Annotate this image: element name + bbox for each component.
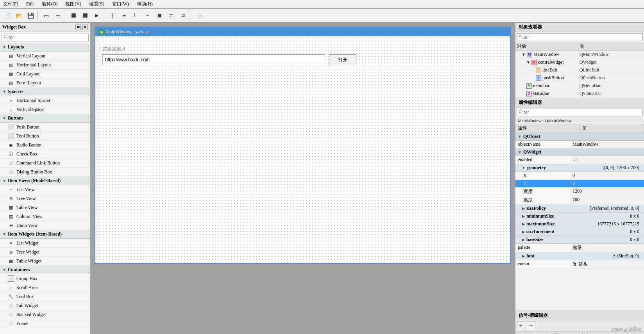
item-tree-widget[interactable]: ⊞ Tree Widget — [0, 248, 90, 257]
toolbar-layout-f[interactable]: ⧠ — [166, 10, 177, 21]
prop-row-palette[interactable]: palette 继承 — [515, 244, 644, 252]
widget-box-close[interactable]: ✕ — [82, 25, 88, 30]
item-frame[interactable]: ⬜ Frame — [0, 319, 90, 328]
prop-filter-input[interactable] — [517, 109, 643, 116]
toolbar-new[interactable]: 📄 — [2, 10, 13, 21]
obj-row-menubar[interactable]: M menubar QMenuBar — [515, 82, 644, 90]
pushbutton-icon: P — [536, 75, 541, 81]
prop-subsection-geometry[interactable]: ▼ geometry [(0, 0), 1200 x 700] — [515, 164, 644, 172]
toolbar-layout-h[interactable]: ═ — [119, 10, 130, 21]
obj-row-centralwidget[interactable]: ▼ C centralwidget QWidget — [515, 59, 644, 66]
prop-row-width[interactable]: 宽度 1200 — [515, 188, 644, 196]
menu-form[interactable]: 窗体(O) — [40, 0, 59, 8]
category-containers[interactable]: ▼ Containers — [0, 266, 90, 274]
signal-remove-button[interactable]: − — [527, 321, 535, 330]
toolbar-btn7[interactable]: ⬛ — [80, 10, 91, 21]
item-radio-button[interactable]: ◉ Radio Button — [0, 141, 90, 150]
toolbar-save[interactable]: 💾 — [25, 10, 36, 21]
obj-row-lineedit[interactable]: L lineEdit QLineEdit — [515, 66, 644, 74]
design-canvas[interactable]: 在这里输入 打开 — [95, 36, 510, 263]
prop-subsection-sizepolicy[interactable]: ▶ sizePolicy [Preferred, Preferred, 0, 0… — [515, 205, 644, 213]
menu-settings[interactable]: 设置(S) — [88, 0, 106, 8]
item-horizontal-layout[interactable]: ▥ Horizontal Layout — [0, 61, 90, 70]
prop-y-val[interactable]: 0 — [570, 180, 644, 187]
item-table-view[interactable]: ▦ Table View — [0, 203, 90, 212]
item-stacked-widget[interactable]: ⬜ Stacked Widget — [0, 310, 90, 319]
prop-objectname-val[interactable]: MainWindow — [570, 141, 644, 148]
prop-width-val[interactable]: 1200 — [570, 188, 644, 196]
prop-row-cursor[interactable]: cursor 🖱 箭头 — [515, 260, 644, 269]
prop-row-enabled[interactable]: enabled ☑ — [515, 156, 644, 164]
prop-x-val[interactable]: 0 — [570, 172, 644, 179]
category-spacers[interactable]: ▼ Spacers — [0, 88, 90, 96]
open-button[interactable]: 打开 — [329, 54, 356, 65]
item-table-widget[interactable]: ▦ Table Widget — [0, 257, 90, 266]
obj-filter-input[interactable] — [517, 33, 643, 41]
url-input[interactable] — [102, 54, 325, 65]
menu-edit[interactable]: Edit — [25, 1, 36, 7]
prop-enabled-val[interactable]: ☑ — [570, 156, 644, 164]
toolbar-btn4[interactable]: ▭ — [41, 10, 52, 21]
item-vertical-spacer[interactable]: ↕ Vertical Spacer — [0, 105, 90, 114]
prop-sizeincrement-val: 0 x 0 — [556, 229, 642, 235]
prop-row-y[interactable]: Y 0 — [515, 180, 644, 188]
toolbar-btn8[interactable]: ▶ — [91, 10, 102, 21]
item-tool-box[interactable]: 🔧 Tool Box — [0, 292, 90, 301]
menu-file[interactable]: 文件(F) — [2, 0, 20, 8]
item-group-box[interactable]: ⬜ Group Box — [0, 274, 90, 283]
item-tree-view[interactable]: ⊞ Tree View — [0, 194, 90, 203]
item-list-widget[interactable]: ≡ List Widget — [0, 239, 90, 248]
prop-section-qwidget[interactable]: ▼ QWidget — [515, 148, 644, 156]
prop-subsection-font[interactable]: ▶ font A [SimSun, 9] — [515, 252, 644, 260]
item-push-button[interactable]: ⬜ Push Button — [0, 123, 90, 132]
item-undo-view[interactable]: ↩ Undo View — [0, 221, 90, 230]
item-vertical-layout[interactable]: ▤ Vertical Layout — [0, 52, 90, 61]
prop-palette-val[interactable]: 继承 — [570, 244, 644, 252]
prop-row-objectname[interactable]: objectName MainWindow — [515, 141, 644, 148]
prop-subsection-minsize[interactable]: ▶ minimumSize 0 x 0 — [515, 213, 644, 220]
toolbar-layout-g[interactable]: ▦ — [154, 10, 165, 21]
toolbar-layout-r[interactable]: ⊣ — [142, 10, 153, 21]
prop-subsection-sizeincrement[interactable]: ▶ sizeIncrement 0 x 0 — [515, 228, 644, 236]
category-layouts[interactable]: ▼ Layouts — [0, 43, 90, 52]
item-scroll-area[interactable]: ↕ Scroll Area — [0, 283, 90, 292]
toolbar-layout-l[interactable]: ⊢ — [131, 10, 141, 21]
prop-cursor-val[interactable]: 🖱 箭头 — [570, 260, 644, 268]
prop-row-x[interactable]: X 0 — [515, 172, 644, 180]
menu-view[interactable]: 视图(V) — [64, 0, 83, 8]
category-item-views[interactable]: ▼ Item Views (Model-Based) — [0, 177, 90, 185]
item-grid-layout[interactable]: ▦ Grid Layout — [0, 70, 90, 79]
signal-add-button[interactable]: + — [517, 321, 525, 330]
item-horizontal-spacer[interactable]: ↔ Horizontal Spacer — [0, 96, 90, 105]
item-tab-widget[interactable]: ⬜ Tab Widget — [0, 301, 90, 310]
prop-subsection-basesize[interactable]: ▶ baseSize 0 x 0 — [515, 236, 644, 244]
item-tool-button[interactable]: ⬜ Tool Button — [0, 132, 90, 141]
menu-window[interactable]: 窗口(W) — [111, 0, 131, 8]
menu-help[interactable]: 帮助(H) — [135, 0, 154, 8]
obj-centralwidget-type: QWidget — [580, 59, 642, 65]
item-check-box[interactable]: ☑ Check Box — [0, 150, 90, 159]
widget-filter-input[interactable] — [2, 34, 89, 41]
obj-row-pushbutton[interactable]: P pushButton QPushButton — [515, 74, 644, 82]
obj-row-statusbar[interactable]: S statusbar QStatusBar — [515, 90, 644, 98]
prop-subsection-maxsize[interactable]: ▶ maximumSize 16777215 x 16777215 — [515, 220, 644, 228]
item-list-view[interactable]: ≡ List View — [0, 185, 90, 194]
toolbar-btn6[interactable]: ⬛ — [68, 10, 79, 21]
toolbar-adjust[interactable]: ⬚ — [193, 10, 204, 21]
input-placeholder: 在这里输入 — [102, 46, 126, 52]
item-column-view[interactable]: ▥ Column View — [0, 212, 90, 221]
item-form-layout[interactable]: ▤ Form Layout — [0, 79, 90, 88]
toolbar-break[interactable]: ⊡ — [177, 10, 188, 21]
prop-height-val[interactable]: 700 — [570, 196, 644, 204]
category-item-widgets[interactable]: ▼ Item Widgets (Item-Based) — [0, 230, 90, 239]
widget-box-float[interactable]: ⧉ — [75, 25, 81, 30]
item-command-link-button[interactable]: ⬜ Command Link Button — [0, 159, 90, 168]
prop-section-qobject[interactable]: ▼ QObject — [515, 133, 644, 141]
toolbar-btn5[interactable]: ▭ — [52, 10, 63, 21]
toolbar-layout-v[interactable]: ║ — [107, 10, 118, 21]
prop-row-height[interactable]: 高度 700 — [515, 196, 644, 205]
obj-row-mainwindow[interactable]: ▼ M MainWindow QMainWindow — [515, 51, 644, 59]
item-dialog-button-box[interactable]: ⬜ Dialog Button Box — [0, 168, 90, 177]
category-buttons[interactable]: ▼ Buttons — [0, 114, 90, 123]
toolbar-open[interactable]: 📂 — [13, 10, 24, 21]
